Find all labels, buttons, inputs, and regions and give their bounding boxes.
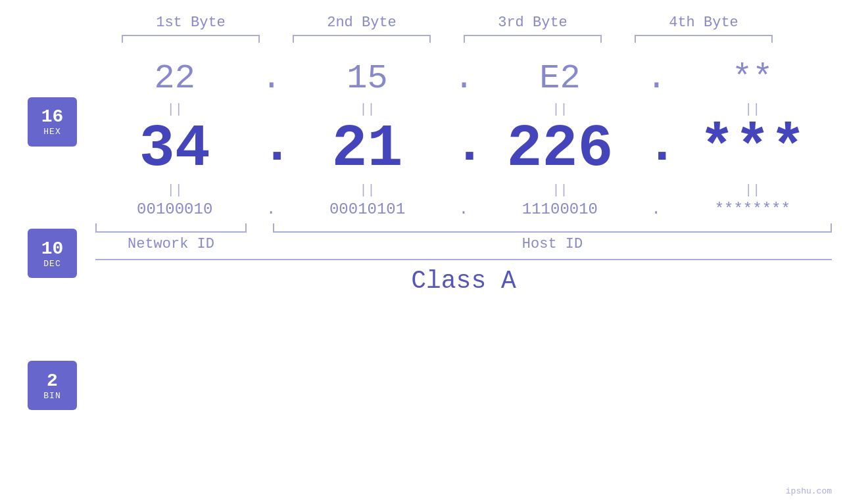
- dec-badge-label: DEC: [43, 259, 60, 269]
- dec-val-1: 34: [103, 120, 247, 179]
- bin-badge-label: BIN: [43, 391, 60, 401]
- byte3-header: 3rd Byte: [447, 14, 618, 31]
- bin-val-4: ********: [680, 200, 825, 218]
- network-id-label: Network ID: [95, 236, 247, 252]
- dec-dot-3: .: [646, 120, 666, 172]
- hex-val-4: **: [680, 59, 825, 98]
- bin-val-3: 11100010: [487, 200, 632, 218]
- bracket-top-4: [635, 35, 773, 43]
- equals-4-top: ||: [680, 102, 825, 117]
- bin-dot-2: .: [454, 200, 473, 218]
- host-id-bracket: [273, 223, 832, 233]
- bin-dot-3: .: [646, 200, 666, 218]
- main-layout: 1st Byte 2nd Byte 3rd Byte 4th Byte 16 H…: [0, 0, 845, 504]
- watermark: ipshu.com: [786, 486, 832, 496]
- hex-dot-2: .: [454, 59, 473, 98]
- hex-dot-1: .: [261, 59, 281, 98]
- class-section: Class A: [95, 259, 832, 295]
- host-id-label: Host ID: [273, 236, 832, 252]
- bin-badge-number: 2: [47, 371, 58, 391]
- equals-2-bot: ||: [295, 183, 440, 198]
- equals-4-bot: ||: [680, 183, 825, 198]
- hex-val-3: E2: [487, 59, 632, 98]
- hex-dot-3: .: [646, 59, 666, 98]
- equals-2-top: ||: [295, 102, 440, 117]
- bracket-top-1: [122, 35, 260, 43]
- bin-badge: 2 BIN: [28, 361, 77, 410]
- dec-dot-2: .: [454, 120, 473, 172]
- bin-dot-1: .: [261, 200, 281, 218]
- equals-3-top: ||: [487, 102, 632, 117]
- hex-val-2: 15: [295, 59, 440, 98]
- dec-badge: 10 DEC: [28, 229, 77, 278]
- hex-badge: 16 HEX: [28, 97, 77, 147]
- dec-val-3: 226: [487, 120, 632, 179]
- bin-val-2: 00010101: [295, 200, 440, 218]
- equals-1-bot: ||: [103, 183, 247, 198]
- hex-badge-label: HEX: [43, 127, 60, 137]
- byte1-header: 1st Byte: [105, 14, 276, 31]
- bin-val-1: 00100010: [103, 200, 247, 218]
- dec-badge-number: 10: [41, 239, 64, 259]
- byte4-header: 4th Byte: [618, 14, 789, 31]
- hex-val-1: 22: [103, 59, 247, 98]
- byte2-header: 2nd Byte: [276, 14, 447, 31]
- dec-dot-1: .: [261, 120, 281, 172]
- dec-val-2: 21: [295, 120, 440, 179]
- bracket-top-2: [293, 35, 431, 43]
- hex-badge-number: 16: [41, 106, 64, 127]
- dec-val-4: ***: [680, 120, 825, 179]
- network-id-bracket: [95, 223, 247, 233]
- equals-1-top: ||: [103, 102, 247, 117]
- bracket-top-3: [464, 35, 602, 43]
- equals-3-bot: ||: [487, 183, 632, 198]
- class-label: Class A: [411, 267, 516, 295]
